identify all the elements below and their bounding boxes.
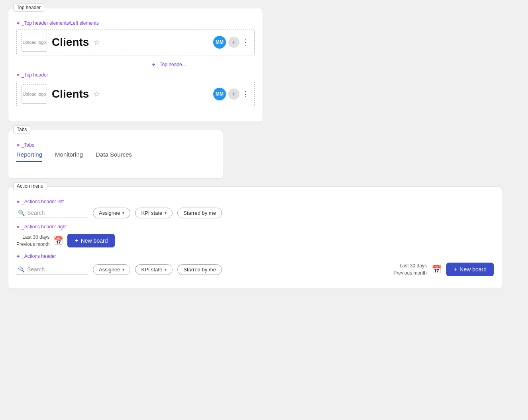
tabs-section: Tabs ❖ _Tabs Reporting Monitoring Data S… [8, 130, 223, 179]
top-header-label: Top header [13, 4, 44, 12]
upload-logo-2[interactable]: Upload logo [22, 84, 47, 104]
action-menu-section: Action menu ❖ _Actions header left 🔍 Sea… [8, 186, 502, 289]
kpi-chevron-1: ▾ [165, 211, 167, 215]
actions-header-left-label: ❖ _Actions header left [16, 199, 494, 204]
new-board-button-1[interactable]: + New board [67, 234, 115, 247]
tab-monitoring[interactable]: Monitoring [55, 151, 83, 162]
board-title-1: Clients [52, 36, 89, 49]
tab-data-sources[interactable]: Data Sources [96, 151, 132, 162]
kpi-chevron-2: ▾ [165, 267, 167, 272]
starred-by-me-1[interactable]: Starred by me [177, 208, 222, 218]
calendar-icon-1[interactable]: 📅 [53, 236, 63, 245]
full-actions-row: 🔍 Search Assignee ▾ KPI state ▾ Starred … [16, 262, 494, 277]
full-actions-left: 🔍 Search Assignee ▾ KPI state ▾ Starred … [16, 264, 222, 275]
header-row-2: Upload logo Clients ☆ MM + ⋮ [16, 81, 255, 107]
date-info-2: Last 30 days Previous month [394, 262, 427, 277]
new-board-plus-2: + [453, 266, 457, 273]
assignee-filter-1[interactable]: Assignee ▾ [93, 208, 130, 218]
actions-row-1: 🔍 Search Assignee ▾ KPI state ▾ Starred … [16, 208, 494, 218]
upload-logo-1[interactable]: Upload logo [22, 33, 47, 52]
kpi-state-filter-1[interactable]: KPI state ▾ [135, 208, 173, 218]
search-container-2[interactable]: 🔍 Search [16, 265, 88, 275]
board-title-2: Clients [52, 88, 89, 100]
component-left-elements-label: ❖ _Top header elements/Left elements [16, 20, 255, 26]
avatar-plus-2[interactable]: + [228, 88, 239, 100]
assignee-chevron-1: ▾ [122, 211, 124, 215]
assignee-chevron-2: ▾ [122, 267, 124, 272]
tab-reporting[interactable]: Reporting [16, 151, 42, 162]
avatar-mm-1: MM [213, 36, 226, 49]
starred-by-me-2[interactable]: Starred by me [177, 264, 222, 275]
more-options-2[interactable]: ⋮ [242, 90, 249, 98]
actions-header-right-label: ❖ _Actions header right [16, 224, 494, 230]
new-board-plus-1: + [75, 237, 78, 244]
search-icon-1: 🔍 [18, 210, 25, 216]
full-actions-right: Last 30 days Previous month 📅 + New boar… [394, 262, 494, 277]
search-text-1: Search [27, 210, 45, 216]
tabs-label: Tabs [13, 126, 30, 133]
date-info-1: Last 30 days Previous month [16, 234, 49, 248]
last-days-label-1: Last 30 days [16, 234, 49, 241]
header-right-2: MM + ⋮ [213, 88, 249, 100]
star-icon-2[interactable]: ☆ [94, 90, 100, 98]
search-icon-2: 🔍 [18, 266, 25, 273]
component-right-label: ❖ _Top heade... [152, 62, 255, 67]
header-right-1: MM + ⋮ [213, 36, 249, 49]
actions-header-label: ❖ _Actions header [16, 253, 494, 259]
header-row-1: Upload logo Clients ☆ MM + ⋮ [16, 29, 255, 55]
more-options-1[interactable]: ⋮ [242, 38, 249, 47]
previous-month-label-2: Previous month [394, 269, 427, 277]
avatar-plus-1[interactable]: + [228, 37, 239, 48]
actions-right-row: Last 30 days Previous month 📅 + New boar… [16, 234, 494, 248]
action-menu-label: Action menu [13, 182, 47, 190]
avatar-mm-2: MM [213, 88, 226, 100]
component-top-header-label: ❖ _Top header [16, 72, 255, 78]
calendar-icon-2[interactable]: 📅 [432, 265, 442, 274]
tabs-component-label: ❖ _Tabs [16, 142, 215, 148]
top-header-section: Top header ❖ _Top header elements/Left e… [8, 8, 263, 122]
search-text-2: Search [27, 266, 45, 273]
assignee-filter-2[interactable]: Assignee ▾ [93, 264, 130, 275]
previous-month-label-1: Previous month [16, 241, 49, 248]
new-board-button-2[interactable]: + New board [446, 263, 494, 276]
search-container-1[interactable]: 🔍 Search [16, 208, 88, 218]
kpi-state-filter-2[interactable]: KPI state ▾ [135, 264, 173, 275]
star-icon-1[interactable]: ☆ [94, 38, 100, 47]
tabs-row: Reporting Monitoring Data Sources [16, 151, 215, 162]
last-days-label-2: Last 30 days [394, 262, 427, 269]
